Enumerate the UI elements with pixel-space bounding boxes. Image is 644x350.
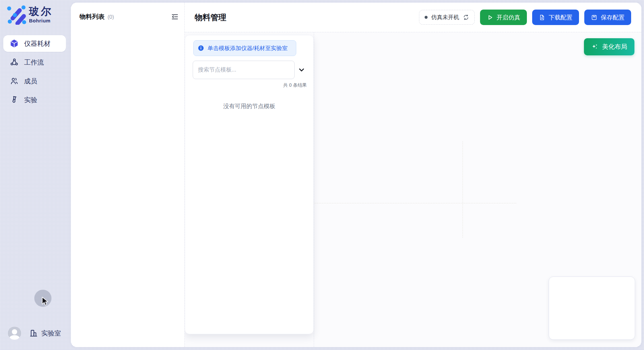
simulation-status-pill[interactable]: 仿真未开机 xyxy=(419,10,475,25)
chevron-down-icon[interactable] xyxy=(297,66,306,75)
status-dot-icon xyxy=(425,16,428,19)
download-config-label: 下载配置 xyxy=(549,14,572,21)
download-config-button[interactable]: 下载配置 xyxy=(532,10,579,25)
sidebar-item-members[interactable]: 成员 xyxy=(3,73,66,89)
brand-logo: 玻尔 Bohrium xyxy=(6,4,53,25)
search-input[interactable] xyxy=(193,61,295,79)
users-icon xyxy=(10,77,18,85)
simulation-status-label: 仿真未开机 xyxy=(431,14,459,21)
save-config-label: 保存配置 xyxy=(601,14,625,21)
canvas-guide-line xyxy=(314,203,516,203)
sidebar-item-instruments[interactable]: 仪器耗材 xyxy=(3,35,66,52)
sidebar: 玻尔 Bohrium 仪器耗材 xyxy=(0,0,71,350)
canvas-guide-line xyxy=(314,32,314,347)
sidebar-item-workflow[interactable]: 工作流 xyxy=(3,54,66,71)
page-title: 物料管理 xyxy=(195,12,226,23)
sparkles-icon xyxy=(591,43,598,50)
result-count: 共 0 条结果 xyxy=(283,82,307,88)
content-column: 物料管理 仿真未开机 开启仿真 xyxy=(185,3,641,347)
save-icon xyxy=(591,14,597,21)
template-hint-text: 单击模板添加仪器/耗材至实验室 xyxy=(208,44,288,52)
brand-name-en: Bohrium xyxy=(29,18,53,23)
node-template-panel: 单击模板添加仪器/耗材至实验室 共 0 条结果 没有可用的节点模板 xyxy=(185,35,314,334)
play-icon xyxy=(487,14,493,21)
lab-label: 实验室 xyxy=(41,329,61,338)
main-card: 物料列表 (0) 物料管理 仿真未开机 xyxy=(71,3,641,347)
mouse-cursor xyxy=(42,297,49,306)
minimap[interactable] xyxy=(549,277,635,340)
sidebar-item-label: 成员 xyxy=(24,77,37,86)
material-list-title: 物料列表 xyxy=(80,13,105,21)
collapse-panel-icon[interactable] xyxy=(171,13,179,21)
test-tube-icon xyxy=(10,96,18,104)
bohrium-logo-icon xyxy=(6,4,26,25)
lab-switcher[interactable]: 实验室 xyxy=(29,329,61,338)
start-simulation-button[interactable]: 开启仿真 xyxy=(480,10,527,25)
canvas-guide-line xyxy=(463,141,463,238)
beautify-layout-label: 美化布局 xyxy=(602,43,627,51)
sidebar-item-label: 工作流 xyxy=(24,58,44,67)
material-list-panel: 物料列表 (0) xyxy=(71,3,185,347)
workflow-icon xyxy=(10,58,18,67)
cube-icon xyxy=(10,39,18,48)
user-avatar[interactable] xyxy=(8,327,21,340)
building-icon xyxy=(29,329,38,337)
sidebar-item-label: 实验 xyxy=(24,96,37,104)
flow-canvas[interactable]: 单击模板添加仪器/耗材至实验室 共 0 条结果 没有可用的节点模板 美化布局 xyxy=(185,32,641,347)
beautify-layout-button[interactable]: 美化布局 xyxy=(584,38,634,55)
brand-name-zh: 玻尔 xyxy=(29,6,53,16)
save-config-button[interactable]: 保存配置 xyxy=(584,10,631,25)
material-list-count: (0) xyxy=(108,14,114,20)
sidebar-item-experiments[interactable]: 实验 xyxy=(3,92,66,108)
file-download-icon xyxy=(539,14,545,21)
empty-templates-text: 没有可用的节点模板 xyxy=(185,102,313,110)
sidebar-footer: 实验室 xyxy=(8,327,61,340)
sidebar-item-label: 仪器耗材 xyxy=(24,39,50,48)
page-header: 物料管理 仿真未开机 开启仿真 xyxy=(185,3,641,32)
material-list-header: 物料列表 (0) xyxy=(71,3,184,21)
sidebar-nav: 仪器耗材 工作流 xyxy=(0,35,71,110)
refresh-icon[interactable] xyxy=(463,14,469,20)
template-hint-banner: 单击模板添加仪器/耗材至实验室 xyxy=(193,40,296,56)
info-icon xyxy=(198,45,204,51)
start-simulation-label: 开启仿真 xyxy=(497,14,520,21)
header-actions: 仿真未开机 开启仿真 xyxy=(419,10,631,25)
